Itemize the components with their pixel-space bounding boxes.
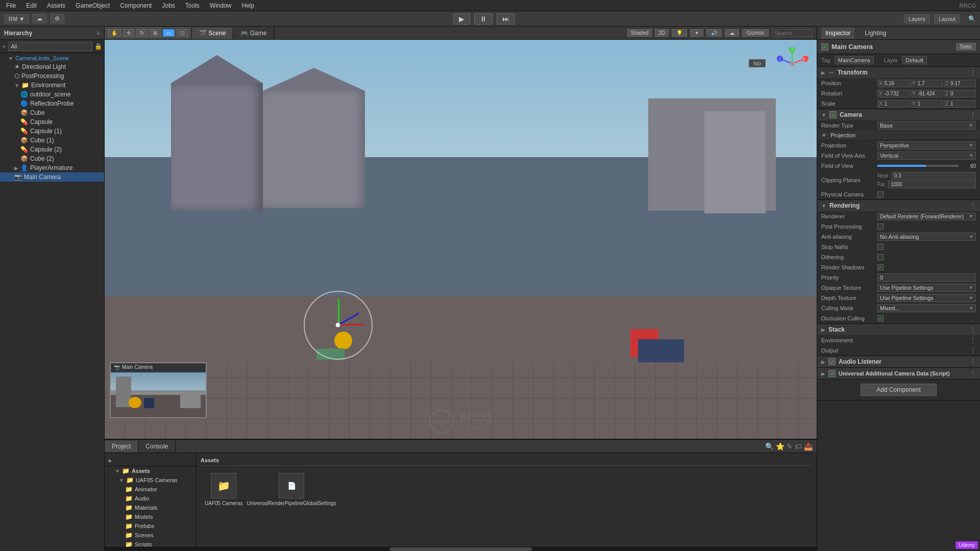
output-settings[interactable]: ⋮: [970, 347, 976, 354]
environment-settings[interactable]: ⋮: [970, 337, 976, 344]
step-button[interactable]: ⏭: [497, 13, 515, 24]
tab-console[interactable]: Console: [138, 441, 176, 452]
transform-header[interactable]: ▶ ↔ Transform ⋮: [817, 67, 980, 78]
hierarchy-item-directionallight[interactable]: ☀ Directional Light: [0, 62, 104, 71]
tools-menu[interactable]: Tools: [183, 1, 202, 10]
scale-z-field[interactable]: Z 1: [944, 100, 976, 108]
search-icon[interactable]: 🔍: [968, 15, 976, 22]
folder-scripts[interactable]: 📁 Scripts: [105, 540, 196, 547]
2d-btn[interactable]: 2D: [655, 29, 669, 37]
pos-z-field[interactable]: Z 9.17: [944, 80, 976, 87]
hierarchy-lock[interactable]: 🔒: [94, 43, 102, 50]
scene-item[interactable]: ▼ CameraLimits_Scene: [0, 54, 104, 62]
pause-button[interactable]: ⏸: [474, 13, 493, 24]
layers-dropdown[interactable]: Layers: [904, 14, 930, 23]
far-value[interactable]: 1000: [888, 181, 976, 188]
scale-tool[interactable]: ⊞: [150, 29, 161, 37]
projection-dropdown[interactable]: Perspective ▼: [877, 141, 976, 149]
stack-header[interactable]: ▶ Stack ⋮: [817, 324, 980, 335]
folder-prefabs[interactable]: 📁 Prefabs: [105, 521, 196, 531]
camera-enable-checkbox[interactable]: ✓: [829, 111, 837, 118]
rect-tool[interactable]: ▭: [163, 29, 175, 37]
play-button[interactable]: ▶: [453, 13, 470, 24]
hand-tool[interactable]: ✋: [108, 29, 121, 37]
render-type-dropdown[interactable]: Base ▼: [877, 121, 976, 130]
tab-lighting[interactable]: Lighting: [861, 28, 890, 39]
folder-assets[interactable]: ▼ 📁 Assets: [105, 466, 196, 475]
tab-game[interactable]: 🎮 Game: [233, 28, 274, 39]
camera-settings-icon[interactable]: ⋮: [970, 111, 976, 118]
assets-menu[interactable]: Assets: [45, 1, 67, 10]
transform-settings-icon[interactable]: ⋮: [970, 69, 976, 76]
tag-value[interactable]: MainCamera: [835, 56, 874, 64]
physical-checkbox[interactable]: [877, 191, 884, 197]
near-value[interactable]: 0.3: [892, 172, 976, 180]
render-shadows-checkbox[interactable]: [877, 264, 884, 270]
hierarchy-item-environment[interactable]: ▼ 📁 Environment: [0, 81, 104, 90]
layout-dropdown[interactable]: Layout: [934, 14, 960, 23]
culling-mask-dropdown[interactable]: Mixed... ▼: [877, 304, 976, 312]
gizmos-btn[interactable]: Gizmos: [742, 29, 769, 37]
opaque-texture-dropdown[interactable]: Use Pipeline Settings ▼: [877, 284, 976, 292]
rendering-header[interactable]: ▼ Rendering ⋮: [817, 200, 980, 211]
hierarchy-menu-icon[interactable]: ≡: [96, 30, 100, 37]
hierarchy-item-capsule[interactable]: 💊 Capsule: [0, 117, 104, 127]
rm-dropdown[interactable]: RM ▼: [4, 14, 29, 23]
help-menu[interactable]: Help: [240, 1, 257, 10]
fx-btn[interactable]: ✦: [690, 29, 703, 37]
audio-settings-icon[interactable]: ⋮: [970, 358, 976, 365]
hierarchy-search[interactable]: [8, 42, 92, 51]
asset-uaf05cameras[interactable]: 📁 UAF05 Cameras: [205, 473, 242, 506]
scale-y-field[interactable]: Y 1: [911, 100, 943, 108]
hierarchy-item-cube2[interactable]: 📦 Cube (2): [0, 154, 104, 163]
hierarchy-item-reflection[interactable]: 🔵 ReflectionProbe: [0, 99, 104, 108]
cloud-button[interactable]: ☁: [32, 14, 47, 23]
folder-scenes[interactable]: 📁 Scenes: [105, 531, 196, 540]
anti-aliasing-dropdown[interactable]: No Anti-aliasing ▼: [877, 233, 976, 241]
add-component-button[interactable]: Add Component: [861, 384, 937, 396]
folder-materials[interactable]: 📁 Materials: [105, 503, 196, 512]
lighting-btn[interactable]: 💡: [672, 29, 687, 37]
folder-models[interactable]: 📁 Models: [105, 512, 196, 521]
rotate-tool[interactable]: ↻: [136, 29, 148, 37]
hierarchy-item-cube1[interactable]: 📦 Cube (1): [0, 136, 104, 145]
move-tool[interactable]: ✛: [123, 29, 134, 37]
dithering-checkbox[interactable]: [877, 254, 884, 260]
rot-y-field[interactable]: Y -91.424: [911, 90, 943, 97]
camera-header[interactable]: ▼ ✓ Camera ⋮: [817, 109, 980, 120]
occlusion-checkbox[interactable]: [877, 315, 884, 321]
hierarchy-item-capsule1[interactable]: 💊 Capsule (1): [0, 127, 104, 136]
audio-btn[interactable]: 🔊: [706, 29, 722, 37]
asset-urp-settings[interactable]: 📄 UniversalRenderPipelineGlobalSettings: [247, 473, 336, 506]
add-hierarchy-btn[interactable]: +: [2, 42, 6, 51]
ucamera-settings-icon[interactable]: ⋮: [970, 370, 976, 377]
tab-inspector[interactable]: Inspector: [821, 28, 854, 39]
hierarchy-item-cube[interactable]: 📦 Cube: [0, 108, 104, 117]
tab-project[interactable]: Project: [105, 441, 138, 452]
jobs-menu[interactable]: Jobs: [160, 1, 177, 10]
hierarchy-item-postprocessing[interactable]: ⬡ PostProcessing: [0, 71, 104, 81]
gameobject-menu[interactable]: GameObject: [74, 1, 112, 10]
file-menu[interactable]: File: [4, 1, 18, 10]
fov-track[interactable]: [877, 165, 959, 167]
postprocessing-checkbox[interactable]: [877, 223, 884, 230]
scene-view[interactable]: 📷 Main Camera X: [105, 40, 817, 439]
folder-audio[interactable]: 📁 Audio: [105, 494, 196, 503]
pos-x-field[interactable]: X 5.16: [877, 80, 910, 87]
edit-menu[interactable]: Edit: [24, 1, 39, 10]
universal-camera-header[interactable]: ▶ ✓ Universal Additional Camera Data (Sc…: [817, 368, 980, 379]
hierarchy-item-player[interactable]: ▶ 👤 PlayerArmature: [0, 163, 104, 172]
rot-x-field[interactable]: X -0.732: [877, 90, 910, 97]
window-menu[interactable]: Window: [208, 1, 234, 10]
fov-axis-dropdown[interactable]: Vertical ▼: [877, 152, 976, 160]
scrollbar-thumb[interactable]: [389, 547, 532, 551]
stack-settings-icon[interactable]: ⋮: [970, 326, 976, 333]
pos-y-field[interactable]: Y 1.7: [911, 80, 943, 87]
collab-button[interactable]: ⚙: [50, 14, 64, 23]
hierarchy-item-capsule2[interactable]: 💊 Capsule (2): [0, 145, 104, 154]
sky-btn[interactable]: ☁: [725, 29, 739, 37]
enable-checkbox[interactable]: ✓: [821, 43, 828, 51]
projection-header[interactable]: ▼ Projection: [817, 131, 980, 140]
folder-uaf05[interactable]: ▼ 📁 UAF05 Cameras: [105, 475, 196, 485]
stop-nans-checkbox[interactable]: [877, 244, 884, 250]
